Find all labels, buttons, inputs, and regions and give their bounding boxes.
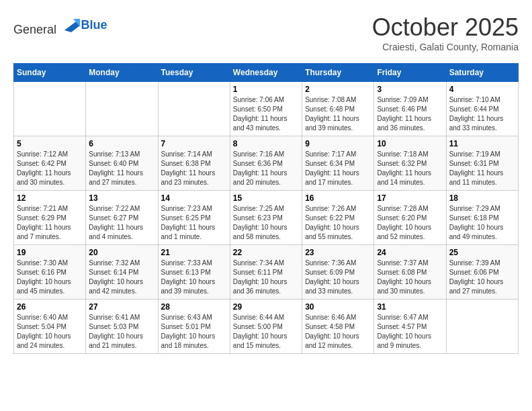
calendar-cell: 28Sunrise: 6:43 AM Sunset: 5:01 PM Dayli… — [158, 300, 230, 354]
weekday-header-row: SundayMondayTuesdayWednesdayThursdayFrid… — [14, 64, 519, 82]
calendar-cell: 21Sunrise: 7:33 AM Sunset: 6:13 PM Dayli… — [158, 245, 230, 300]
calendar-cell: 27Sunrise: 6:41 AM Sunset: 5:03 PM Dayli… — [86, 300, 158, 354]
day-number: 14 — [161, 193, 227, 203]
calendar-cell: 26Sunrise: 6:40 AM Sunset: 5:04 PM Dayli… — [14, 300, 86, 354]
weekday-header-thursday: Thursday — [302, 64, 374, 82]
day-number: 4 — [449, 85, 515, 94]
day-number: 24 — [377, 248, 443, 257]
day-info: Sunrise: 7:26 AM Sunset: 6:22 PM Dayligh… — [305, 204, 371, 242]
day-number: 22 — [233, 248, 299, 257]
day-number: 18 — [449, 193, 515, 203]
day-number: 19 — [17, 248, 83, 257]
calendar-cell — [446, 300, 518, 354]
calendar-cell: 12Sunrise: 7:21 AM Sunset: 6:29 PM Dayli… — [14, 191, 86, 245]
day-number: 13 — [89, 193, 154, 203]
month-title: October 2025 — [372, 13, 519, 42]
day-info: Sunrise: 6:40 AM Sunset: 5:04 PM Dayligh… — [17, 313, 83, 351]
day-number: 9 — [305, 139, 371, 148]
day-number: 28 — [161, 302, 227, 312]
day-info: Sunrise: 6:44 AM Sunset: 5:00 PM Dayligh… — [233, 313, 299, 351]
day-number: 1 — [233, 85, 299, 94]
day-number: 20 — [89, 248, 154, 257]
weekday-header-friday: Friday — [374, 64, 446, 82]
logo-icon — [61, 13, 81, 34]
day-info: Sunrise: 6:41 AM Sunset: 5:03 PM Dayligh… — [89, 313, 154, 351]
day-number: 11 — [449, 139, 515, 148]
logo-general: General — [13, 23, 56, 36]
logo: General Blue — [13, 13, 107, 37]
calendar-cell: 20Sunrise: 7:32 AM Sunset: 6:14 PM Dayli… — [86, 245, 158, 300]
day-number: 6 — [89, 139, 154, 148]
day-number: 30 — [305, 302, 371, 312]
calendar-week-row: 5Sunrise: 7:12 AM Sunset: 6:42 PM Daylig… — [14, 136, 519, 191]
day-info: Sunrise: 7:19 AM Sunset: 6:31 PM Dayligh… — [449, 150, 515, 187]
day-info: Sunrise: 7:29 AM Sunset: 6:18 PM Dayligh… — [449, 204, 515, 242]
calendar-cell — [158, 82, 230, 136]
calendar-cell: 9Sunrise: 7:17 AM Sunset: 6:34 PM Daylig… — [302, 136, 374, 191]
day-number: 5 — [17, 139, 83, 148]
day-info: Sunrise: 7:16 AM Sunset: 6:36 PM Dayligh… — [233, 150, 299, 187]
day-info: Sunrise: 7:14 AM Sunset: 6:38 PM Dayligh… — [161, 150, 227, 187]
calendar-cell: 16Sunrise: 7:26 AM Sunset: 6:22 PM Dayli… — [302, 191, 374, 245]
day-number: 25 — [449, 248, 515, 257]
day-info: Sunrise: 7:18 AM Sunset: 6:32 PM Dayligh… — [377, 150, 443, 187]
calendar-cell: 29Sunrise: 6:44 AM Sunset: 5:00 PM Dayli… — [230, 300, 302, 354]
day-info: Sunrise: 7:09 AM Sunset: 6:46 PM Dayligh… — [377, 95, 443, 133]
calendar-cell: 4Sunrise: 7:10 AM Sunset: 6:44 PM Daylig… — [446, 82, 518, 136]
logo-blue: Blue — [81, 18, 107, 32]
weekday-header-tuesday: Tuesday — [158, 64, 230, 82]
calendar-cell — [86, 82, 158, 136]
day-number: 2 — [305, 85, 371, 94]
day-info: Sunrise: 7:22 AM Sunset: 6:27 PM Dayligh… — [89, 204, 154, 242]
calendar-cell: 19Sunrise: 7:30 AM Sunset: 6:16 PM Dayli… — [14, 245, 86, 300]
calendar-cell: 23Sunrise: 7:36 AM Sunset: 6:09 PM Dayli… — [302, 245, 374, 300]
day-info: Sunrise: 7:13 AM Sunset: 6:40 PM Dayligh… — [89, 150, 154, 187]
calendar-cell: 15Sunrise: 7:25 AM Sunset: 6:23 PM Dayli… — [230, 191, 302, 245]
weekday-header-saturday: Saturday — [446, 64, 518, 82]
day-info: Sunrise: 7:28 AM Sunset: 6:20 PM Dayligh… — [377, 204, 443, 242]
day-number: 15 — [233, 193, 299, 203]
calendar-cell: 31Sunrise: 6:47 AM Sunset: 4:57 PM Dayli… — [374, 300, 446, 354]
calendar-cell — [14, 82, 86, 136]
day-number: 10 — [377, 139, 443, 148]
day-info: Sunrise: 7:25 AM Sunset: 6:23 PM Dayligh… — [233, 204, 299, 242]
day-info: Sunrise: 7:32 AM Sunset: 6:14 PM Dayligh… — [89, 259, 154, 296]
day-info: Sunrise: 7:30 AM Sunset: 6:16 PM Dayligh… — [17, 259, 83, 296]
page-header: General Blue October 2025 Craiesti, Gala… — [13, 13, 519, 52]
calendar-week-row: 26Sunrise: 6:40 AM Sunset: 5:04 PM Dayli… — [14, 300, 519, 354]
calendar-week-row: 12Sunrise: 7:21 AM Sunset: 6:29 PM Dayli… — [14, 191, 519, 245]
location-subtitle: Craiesti, Galati County, Romania — [372, 42, 519, 52]
calendar-cell: 6Sunrise: 7:13 AM Sunset: 6:40 PM Daylig… — [86, 136, 158, 191]
title-block: October 2025 Craiesti, Galati County, Ro… — [372, 13, 519, 52]
weekday-header-monday: Monday — [86, 64, 158, 82]
calendar-cell: 7Sunrise: 7:14 AM Sunset: 6:38 PM Daylig… — [158, 136, 230, 191]
calendar-cell: 18Sunrise: 7:29 AM Sunset: 6:18 PM Dayli… — [446, 191, 518, 245]
calendar-cell: 13Sunrise: 7:22 AM Sunset: 6:27 PM Dayli… — [86, 191, 158, 245]
day-info: Sunrise: 7:23 AM Sunset: 6:25 PM Dayligh… — [161, 204, 227, 242]
day-info: Sunrise: 7:34 AM Sunset: 6:11 PM Dayligh… — [233, 259, 299, 296]
day-info: Sunrise: 7:17 AM Sunset: 6:34 PM Dayligh… — [305, 150, 371, 187]
day-info: Sunrise: 7:21 AM Sunset: 6:29 PM Dayligh… — [17, 204, 83, 242]
day-info: Sunrise: 7:33 AM Sunset: 6:13 PM Dayligh… — [161, 259, 227, 296]
day-number: 12 — [17, 193, 83, 203]
day-number: 16 — [305, 193, 371, 203]
day-number: 8 — [233, 139, 299, 148]
day-info: Sunrise: 6:47 AM Sunset: 4:57 PM Dayligh… — [377, 313, 443, 351]
weekday-header-sunday: Sunday — [14, 64, 86, 82]
calendar-week-row: 1Sunrise: 7:06 AM Sunset: 6:50 PM Daylig… — [14, 82, 519, 136]
day-info: Sunrise: 7:08 AM Sunset: 6:48 PM Dayligh… — [305, 95, 371, 133]
calendar-cell: 3Sunrise: 7:09 AM Sunset: 6:46 PM Daylig… — [374, 82, 446, 136]
day-info: Sunrise: 7:36 AM Sunset: 6:09 PM Dayligh… — [305, 259, 371, 296]
day-number: 17 — [377, 193, 443, 203]
calendar-cell: 17Sunrise: 7:28 AM Sunset: 6:20 PM Dayli… — [374, 191, 446, 245]
calendar-cell: 5Sunrise: 7:12 AM Sunset: 6:42 PM Daylig… — [14, 136, 86, 191]
day-number: 7 — [161, 139, 227, 148]
calendar-cell: 22Sunrise: 7:34 AM Sunset: 6:11 PM Dayli… — [230, 245, 302, 300]
calendar-cell: 10Sunrise: 7:18 AM Sunset: 6:32 PM Dayli… — [374, 136, 446, 191]
day-info: Sunrise: 7:39 AM Sunset: 6:06 PM Dayligh… — [449, 259, 515, 296]
calendar-cell: 1Sunrise: 7:06 AM Sunset: 6:50 PM Daylig… — [230, 82, 302, 136]
weekday-header-wednesday: Wednesday — [230, 64, 302, 82]
calendar-cell: 14Sunrise: 7:23 AM Sunset: 6:25 PM Dayli… — [158, 191, 230, 245]
day-number: 29 — [233, 302, 299, 312]
calendar-cell: 2Sunrise: 7:08 AM Sunset: 6:48 PM Daylig… — [302, 82, 374, 136]
